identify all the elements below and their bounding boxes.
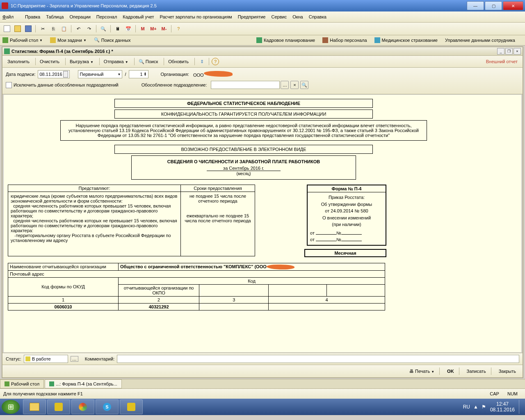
redo-icon[interactable]: ↷ [84, 24, 94, 33]
menu-help[interactable]: Справка [309, 14, 326, 19]
m-plus[interactable]: M+ [149, 24, 158, 33]
menu-hr[interactable]: Кадровый учет [123, 14, 154, 19]
window-titlebar: 1С:Предприятие - Зарплата и Управление П… [0, 0, 525, 11]
comment-label: Комментарий: [85, 356, 114, 361]
status-bar: Статус: В работе … Комментарий: [2, 353, 523, 365]
task-1c2[interactable] [120, 399, 143, 414]
paste-icon[interactable]: 📋 [59, 24, 68, 33]
minimize-button[interactable]: — [467, 1, 484, 10]
nav-empdata[interactable]: Управление данными сотрудника [445, 38, 515, 43]
menu-operations[interactable]: Операции [69, 14, 90, 19]
status-select-icon[interactable]: … [71, 356, 78, 362]
nav-recruit[interactable]: Набор персонала [322, 37, 367, 43]
find-button[interactable]: 🔍 Поиск [136, 58, 161, 65]
app-icon [2, 2, 8, 9]
calc-icon[interactable]: 🖩 [113, 24, 122, 33]
send-button[interactable]: Отправка ▼ [101, 58, 131, 65]
hint-bar: Для получения подсказки нажмите F1 CAP N… [0, 388, 525, 399]
menu-table[interactable]: Таблица [46, 14, 64, 19]
bottom-bar: 🖶 Печать ▼ OK Записать Закрыть [2, 365, 523, 377]
save-button[interactable]: Записать [463, 368, 489, 374]
org-label: Организация: [161, 72, 189, 77]
export-button[interactable]: Выгрузка ▼ [67, 58, 96, 65]
find-icon[interactable]: 🔍 [99, 24, 108, 33]
doc-close[interactable]: × [514, 48, 521, 55]
new-icon[interactable] [2, 24, 11, 33]
title-box: СВЕДЕНИЯ О ЧИСЛЕННОСТИ И ЗАРАБОТНОЙ ПЛАТ… [131, 155, 356, 180]
menu-personnel[interactable]: Персонал [96, 14, 117, 19]
clear-button[interactable]: Очистить [37, 58, 62, 65]
nav-search[interactable]: 🔍Поиск данных [94, 37, 131, 43]
copy-icon[interactable]: ⎘ [49, 24, 58, 33]
open-icon[interactable] [13, 24, 22, 33]
subdiv-input[interactable] [211, 81, 280, 89]
document-body[interactable]: ФЕДЕРАЛЬНОЕ СТАТИСТИЧЕСКОЕ НАБЛЮДЕНИЕ КО… [3, 94, 522, 353]
save-icon[interactable] [24, 24, 33, 33]
menu-windows[interactable]: Окна [292, 14, 303, 19]
cap-indicator: CAP [490, 391, 499, 396]
nav-desktop[interactable]: Рабочий стол▼ [2, 37, 43, 43]
present-body: юридические лица (кроме субъектов малого… [8, 192, 180, 256]
ok-button[interactable]: OK [444, 368, 457, 374]
comment-input[interactable] [117, 355, 519, 363]
undo-icon[interactable]: ↶ [74, 24, 83, 33]
tray-clock[interactable]: 12:4708.11.2016 [490, 401, 515, 413]
type-select[interactable]: Первичный▼ [78, 70, 122, 78]
tray-lang[interactable]: RU [463, 404, 470, 410]
tab-form[interactable]: ...: Форма П-4 (за Сентябрь... [45, 379, 122, 388]
menu-edit[interactable]: Правка [25, 14, 40, 19]
menu-payroll[interactable]: Расчет зарплаты по организациям [160, 14, 232, 19]
form-number-box: Форма № П-4 Приказ Росстата: Об утвержде… [307, 185, 386, 246]
subdiv-clear-icon[interactable]: × [290, 81, 299, 89]
task-chrome[interactable] [71, 399, 94, 414]
exclude-checkbox[interactable] [6, 82, 12, 88]
help-icon[interactable]: ? [174, 24, 183, 33]
subdiv-find-icon[interactable]: 🔍 [300, 81, 308, 89]
status-label: Статус: [6, 356, 21, 361]
number-input[interactable]: 1▲▼ [129, 70, 148, 78]
document-window: Статистика: Форма П-4 (за Сентябрь 2016 … [2, 46, 523, 378]
subdiv-select-icon[interactable]: … [281, 81, 289, 89]
maximize-button[interactable]: ▢ [485, 1, 502, 10]
system-tray: RU ▲ ⚑ 12:4708.11.2016 [463, 400, 523, 414]
print-button[interactable]: 🖶 Печать ▼ [406, 368, 438, 374]
fill-button[interactable]: Заполнить [5, 58, 32, 65]
close-doc-button[interactable]: Закрыть [495, 368, 519, 374]
calendar-picker-icon[interactable] [63, 71, 68, 78]
calendar-icon[interactable]: 📅 [124, 24, 133, 33]
tray-flag-icon[interactable]: ▲ [473, 404, 478, 410]
m-mark[interactable]: M [138, 24, 147, 33]
window-title: 1С:Предприятие - Зарплата и Управление П… [11, 3, 157, 8]
pin-icon[interactable]: ⇕ [197, 57, 206, 66]
header-box-2: КОНФИДЕНЦИАЛЬНОСТЬ ГАРАНТИРУЕТСЯ ПОЛУЧАТ… [114, 110, 373, 119]
subdiv-label: Обособленное подразделение: [142, 82, 207, 87]
task-skype[interactable]: S [96, 399, 119, 414]
cut-icon[interactable]: ✂ [38, 24, 47, 33]
monthly-box: Месячная [304, 249, 386, 257]
refresh-button[interactable]: Обновить [166, 58, 191, 65]
menu-enterprise[interactable]: Предприятие [238, 14, 266, 19]
nav-medical[interactable]: Медицинское страхование [374, 37, 438, 43]
task-explorer[interactable] [23, 399, 46, 414]
date-input[interactable]: 08.11.2016 [38, 70, 70, 78]
status-input[interactable]: В работе [24, 355, 68, 363]
nav-planning[interactable]: Кадровое планирование [256, 37, 315, 43]
header-box-3: ВОЗМОЖНО ПРЕДОСТАВЛЕНИЕ В ЭЛЕКТРОННОМ ВИ… [114, 145, 373, 154]
document-toolbar: Заполнить Очистить Выгрузка ▼ Отправка ▼… [2, 56, 523, 68]
doc-restore[interactable]: ❐ [505, 48, 513, 55]
window-tabs: Рабочий стол ...: Форма П-4 (за Сентябрь… [0, 379, 525, 388]
close-button[interactable]: ✕ [503, 1, 523, 10]
start-button[interactable]: ⊞ [2, 400, 20, 414]
tray-action-icon[interactable]: ⚑ [482, 404, 486, 410]
redacted-name [267, 265, 294, 269]
doc-minimize[interactable]: _ [497, 48, 504, 55]
menu-service[interactable]: Сервис [271, 14, 287, 19]
help2-icon[interactable]: ? [212, 58, 219, 65]
m-minus[interactable]: M- [160, 24, 169, 33]
task-1c[interactable] [47, 399, 70, 414]
tab-desktop[interactable]: Рабочий стол [0, 379, 44, 388]
org-table: Наименование отчитывающейся организацииО… [8, 263, 385, 310]
nav-tasks[interactable]: Мои задачи▼ [50, 37, 87, 43]
show-desktop[interactable] [519, 400, 523, 414]
menu-file[interactable]: Файл [2, 14, 19, 19]
